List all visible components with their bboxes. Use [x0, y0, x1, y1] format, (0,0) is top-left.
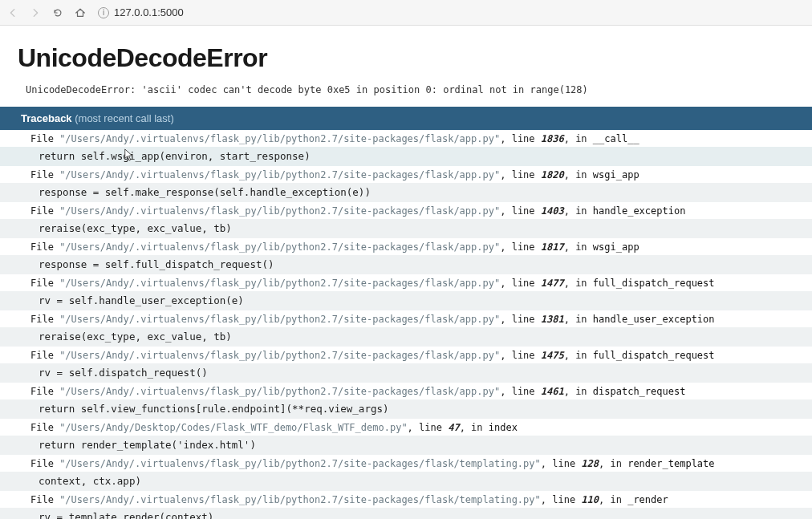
file-path: "/Users/Andy/.virtualenvs/flask_py/lib/p… [59, 169, 500, 180]
file-path: "/Users/Andy/Desktop/Codes/Flask_WTF_dem… [59, 422, 407, 433]
traceback-frame[interactable]: File "/Users/Andy/.virtualenvs/flask_py/… [0, 347, 812, 383]
in-label: , in [564, 241, 593, 253]
frame-location: File "/Users/Andy/.virtualenvs/flask_py/… [0, 130, 812, 147]
line-number: 1820 [541, 169, 564, 180]
error-title: UnicodeDecodeError [18, 43, 794, 73]
nav-button-group [6, 6, 87, 19]
line-number: 1381 [541, 314, 564, 325]
in-label: , in [460, 422, 489, 433]
file-path: "/Users/Andy/.virtualenvs/flask_py/lib/p… [59, 314, 500, 325]
traceback-frame[interactable]: File "/Users/Andy/.virtualenvs/flask_py/… [0, 166, 812, 202]
function-name: render_template [627, 458, 714, 469]
line-label: , line [500, 169, 541, 180]
line-label: , line [500, 350, 541, 361]
in-label: , in [599, 494, 627, 505]
frame-location: File "/Users/Andy/.virtualenvs/flask_py/… [0, 491, 812, 508]
home-button[interactable] [74, 6, 87, 19]
frame-location: File "/Users/Andy/.virtualenvs/flask_py/… [0, 274, 812, 291]
file-path: "/Users/Andy/.virtualenvs/flask_py/lib/p… [59, 133, 500, 144]
line-number: 1477 [541, 278, 564, 289]
file-label: File [30, 133, 59, 144]
in-label: , in [564, 386, 593, 397]
traceback-frame[interactable]: File "/Users/Andy/.virtualenvs/flask_py/… [0, 130, 812, 166]
traceback-frames: File "/Users/Andy/.virtualenvs/flask_py/… [0, 130, 812, 519]
line-number: 1403 [541, 205, 564, 217]
frame-code-line[interactable]: rv = template.render(context) [0, 508, 812, 519]
file-path: "/Users/Andy/.virtualenvs/flask_py/lib/p… [59, 386, 500, 397]
traceback-frame[interactable]: File "/Users/Andy/.virtualenvs/flask_py/… [0, 238, 812, 274]
frame-code-line[interactable]: response = self.full_dispatch_request() [0, 255, 812, 274]
line-number: 1836 [541, 133, 564, 144]
in-label: , in [564, 278, 593, 289]
error-message: UnicodeDecodeError: 'ascii' codec can't … [18, 81, 794, 107]
frame-location: File "/Users/Andy/.virtualenvs/flask_py/… [0, 383, 812, 399]
function-name: handle_exception [593, 205, 686, 217]
file-path: "/Users/Andy/.virtualenvs/flask_py/lib/p… [59, 205, 500, 217]
reload-button[interactable] [51, 6, 64, 19]
traceback-sublabel: (most recent call last) [75, 112, 174, 124]
file-label: File [30, 350, 59, 361]
function-name: dispatch_request [593, 386, 686, 397]
frame-location: File "/Users/Andy/.virtualenvs/flask_py/… [0, 166, 812, 183]
frame-code-line[interactable]: return self.view_functions[rule.endpoint… [0, 399, 812, 419]
error-page: UnicodeDecodeError UnicodeDecodeError: '… [0, 26, 812, 519]
frame-code-line[interactable]: rv = self.dispatch_request() [0, 363, 812, 383]
frame-location: File "/Users/Andy/Desktop/Codes/Flask_WT… [0, 419, 812, 436]
traceback-frame[interactable]: File "/Users/Andy/.virtualenvs/flask_py/… [0, 310, 812, 347]
line-label: , line [500, 278, 541, 289]
line-number: 47 [448, 422, 459, 433]
in-label: , in [564, 133, 593, 144]
traceback-frame[interactable]: File "/Users/Andy/.virtualenvs/flask_py/… [0, 491, 812, 519]
line-number: 128 [581, 458, 599, 469]
frame-location: File "/Users/Andy/.virtualenvs/flask_py/… [0, 202, 812, 219]
line-label: , line [500, 241, 541, 253]
traceback-frame[interactable]: File "/Users/Andy/Desktop/Codes/Flask_WT… [0, 419, 812, 455]
line-label: , line [541, 458, 582, 469]
function-name: wsgi_app [593, 169, 639, 180]
line-label: , line [500, 314, 541, 325]
frame-code-line[interactable]: reraise(exc_type, exc_value, tb) [0, 219, 812, 238]
frame-code-line[interactable]: rv = self.handle_user_exception(e) [0, 291, 812, 310]
file-path: "/Users/Andy/.virtualenvs/flask_py/lib/p… [59, 350, 500, 361]
line-label: , line [408, 422, 449, 433]
frame-code-line[interactable]: return render_template('index.html') [0, 436, 812, 455]
line-number: 110 [581, 494, 599, 505]
back-button[interactable] [6, 6, 19, 19]
in-label: , in [564, 350, 593, 361]
traceback-frame[interactable]: File "/Users/Andy/.virtualenvs/flask_py/… [0, 274, 812, 310]
in-label: , in [564, 314, 593, 325]
line-label: , line [500, 205, 541, 217]
in-label: , in [599, 458, 627, 469]
function-name: handle_user_exception [593, 314, 715, 325]
file-path: "/Users/Andy/.virtualenvs/flask_py/lib/p… [59, 278, 500, 289]
frame-code-line[interactable]: reraise(exc_type, exc_value, tb) [0, 327, 812, 347]
line-number: 1461 [541, 386, 564, 397]
frame-code-line[interactable]: context, ctx.app) [0, 472, 812, 491]
file-label: File [30, 205, 59, 217]
site-info-icon[interactable]: i [98, 7, 109, 18]
file-label: File [30, 278, 59, 289]
line-label: , line [541, 494, 582, 505]
traceback-frame[interactable]: File "/Users/Andy/.virtualenvs/flask_py/… [0, 455, 812, 491]
line-label: , line [500, 133, 541, 144]
function-name: wsgi_app [593, 241, 639, 253]
line-label: , line [500, 386, 541, 397]
traceback-frame[interactable]: File "/Users/Andy/.virtualenvs/flask_py/… [0, 202, 812, 238]
in-label: , in [564, 169, 593, 180]
frame-location: File "/Users/Andy/.virtualenvs/flask_py/… [0, 347, 812, 363]
traceback-label: Traceback [21, 112, 72, 124]
frame-code-line[interactable]: response = self.make_response(self.handl… [0, 183, 812, 202]
browser-toolbar: i 127.0.0.1:5000 [0, 0, 812, 26]
forward-button[interactable] [29, 6, 42, 19]
frame-location: File "/Users/Andy/.virtualenvs/flask_py/… [0, 238, 812, 255]
file-label: File [30, 314, 59, 325]
url-text: 127.0.0.1:5000 [114, 6, 184, 18]
traceback-frame[interactable]: File "/Users/Andy/.virtualenvs/flask_py/… [0, 383, 812, 419]
frame-code-line[interactable]: return self.wsgi_app(environ, start_resp… [0, 147, 812, 166]
in-label: , in [564, 205, 593, 217]
mouse-cursor-icon [124, 148, 135, 162]
traceback-header: Traceback (most recent call last) [0, 107, 812, 130]
file-label: File [30, 241, 59, 253]
address-bar[interactable]: i 127.0.0.1:5000 [95, 5, 187, 20]
function-name: _render [627, 494, 668, 505]
